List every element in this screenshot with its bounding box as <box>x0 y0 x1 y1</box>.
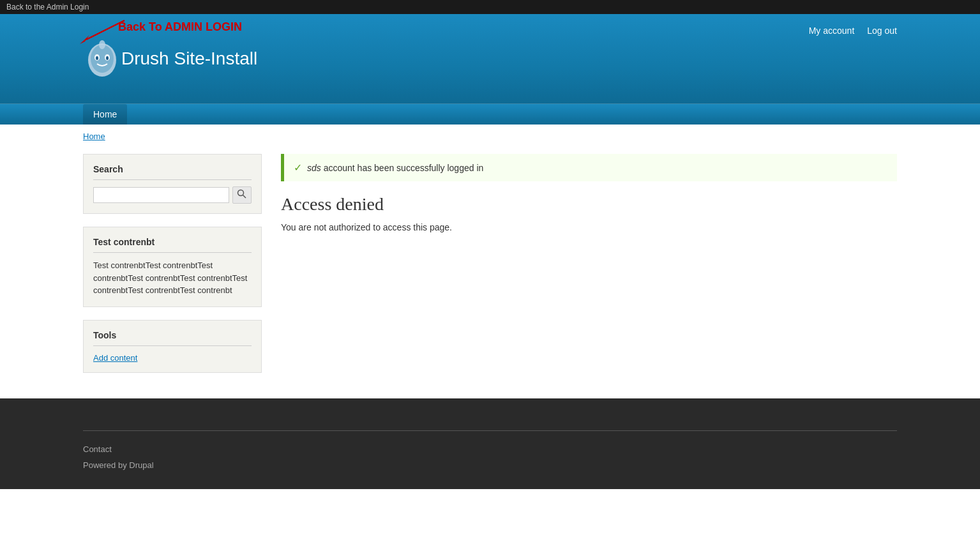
tools-block: Tools Add content <box>83 320 262 373</box>
contrenbt-block: Test contrenbt Test contrenbtTest contre… <box>83 227 262 307</box>
search-block: Search <box>83 154 262 214</box>
powered-by-text: Powered by <box>83 460 127 470</box>
status-message: ✓ sds account has been successfully logg… <box>281 154 897 181</box>
contrenbt-text: Test contrenbtTest contrenbtTest contren… <box>93 259 252 297</box>
contrenbt-block-title: Test contrenbt <box>93 237 252 253</box>
access-denied-message: You are not authorized to access this pa… <box>281 222 897 232</box>
breadcrumb-home-link[interactable]: Home <box>83 132 105 141</box>
footer-inner: Contact Powered by Drupal <box>83 430 897 470</box>
search-block-title: Search <box>93 164 252 180</box>
svg-point-9 <box>238 190 244 196</box>
search-form <box>93 186 252 204</box>
page-title: Access denied <box>281 194 897 215</box>
footer-powered: Powered by Drupal <box>83 460 897 470</box>
main-nav: Home <box>0 103 980 125</box>
nav-item-home: Home <box>83 104 127 125</box>
footer-links: Contact <box>83 444 897 454</box>
svg-line-0 <box>86 20 124 40</box>
back-arrow-icon <box>73 17 131 49</box>
search-button[interactable] <box>232 186 252 204</box>
back-to-admin-link[interactable]: Back To ADMIN LOGIN <box>118 20 242 33</box>
contact-link[interactable]: Contact <box>83 444 112 454</box>
nav-link-home[interactable]: Home <box>83 104 127 125</box>
status-check-icon: ✓ <box>294 162 302 174</box>
admin-login-link[interactable]: Back to the Admin Login <box>6 3 89 11</box>
site-name: Drush Site-Install <box>121 49 257 69</box>
breadcrumb: Home <box>83 131 897 141</box>
my-account-link[interactable]: My account <box>809 26 855 36</box>
logout-link[interactable]: Log out <box>867 26 897 36</box>
svg-point-7 <box>106 56 109 60</box>
add-content-link[interactable]: Add content <box>93 353 137 363</box>
back-link-area: Back To ADMIN LOGIN <box>83 20 242 34</box>
tools-block-title: Tools <box>93 330 252 346</box>
user-menu: My account Log out <box>809 26 897 36</box>
site-header: Back To ADMIN LOGIN My account Log out D… <box>0 14 980 103</box>
sidebar: Search Test contrenbt Test contrenbtTest… <box>83 154 262 386</box>
nav-list: Home <box>83 104 897 125</box>
search-icon <box>237 189 247 199</box>
status-username: sds <box>307 163 321 173</box>
admin-bar: Back to the Admin Login <box>0 0 980 14</box>
main-wrapper: Search Test contrenbt Test contrenbtTest… <box>0 141 980 398</box>
svg-point-6 <box>96 56 98 60</box>
site-footer: Contact Powered by Drupal <box>0 398 980 489</box>
drupal-link[interactable]: Drupal <box>129 460 153 470</box>
main-content: ✓ sds account has been successfully logg… <box>281 154 897 386</box>
site-branding: Drush Site-Install <box>83 40 897 78</box>
status-text: sds account has been successfully logged… <box>307 163 483 173</box>
svg-line-10 <box>243 195 246 199</box>
breadcrumb-wrapper: Home <box>0 125 980 141</box>
search-input[interactable] <box>93 187 229 203</box>
